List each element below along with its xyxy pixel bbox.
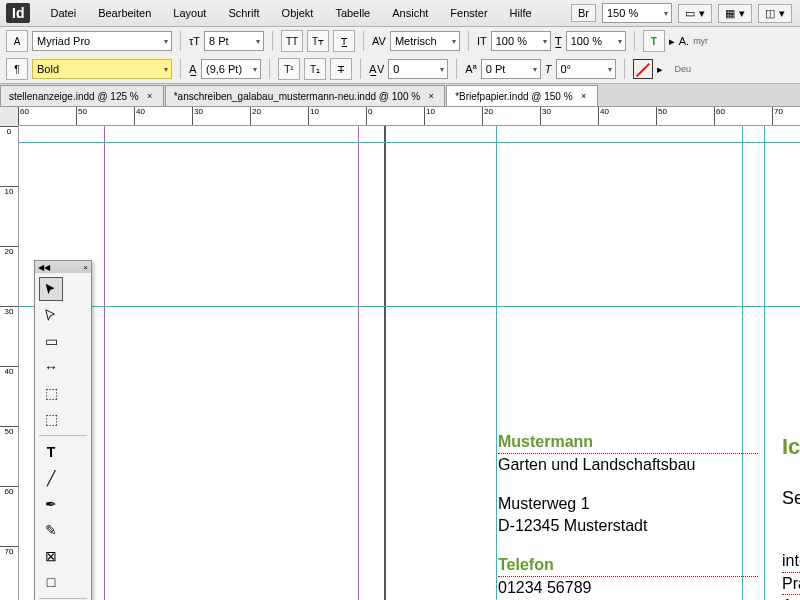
font-style-dropdown[interactable]: Bold xyxy=(32,59,172,79)
leading-field[interactable]: (9,6 Pt) xyxy=(201,59,261,79)
app-logo: Id xyxy=(6,3,30,23)
skew-icon: T xyxy=(545,63,552,75)
zoom-dropdown[interactable]: 150 % xyxy=(602,3,672,23)
rectangle-tool[interactable]: □ xyxy=(39,570,63,594)
para-format-mode[interactable]: ¶ xyxy=(6,58,28,80)
close-icon[interactable]: × xyxy=(579,91,589,101)
menu-layout[interactable]: Layout xyxy=(163,3,216,23)
vscale-field[interactable]: 100 % xyxy=(491,31,551,51)
leading-icon: A͏̲ xyxy=(189,63,197,76)
ruler-vertical[interactable]: 0 10 20 30 40 50 60 70 xyxy=(0,126,19,600)
ruler-tick: 10 xyxy=(0,186,18,196)
direct-selection-tool[interactable] xyxy=(39,303,63,327)
menu-tabelle[interactable]: Tabelle xyxy=(325,3,380,23)
tracking-icon: A̲V xyxy=(369,63,384,76)
ruler-tick: 40 xyxy=(134,107,145,125)
font-size-icon: τT xyxy=(189,35,200,47)
font-size-field[interactable]: 8 Pt xyxy=(204,31,264,51)
allcaps-button[interactable]: TT xyxy=(281,30,303,52)
ruler-tick: 20 xyxy=(482,107,493,125)
doc-tab-1[interactable]: stellenanzeige.indd @ 125 %× xyxy=(0,85,164,106)
hscale-field[interactable]: 100 % xyxy=(566,31,626,51)
tracking-field[interactable]: 0 xyxy=(388,59,448,79)
content-placer-tool[interactable]: ⬚ xyxy=(39,407,63,431)
ruler-tick: 20 xyxy=(0,246,18,256)
body-heading: Ich b xyxy=(782,432,800,462)
baseline-field[interactable]: 0 Pt xyxy=(481,59,541,79)
panel-header[interactable]: ◀◀× xyxy=(35,261,91,273)
guide-horizontal[interactable] xyxy=(18,306,800,307)
screen-mode-button[interactable]: ▭▾ xyxy=(678,4,712,23)
hscale-icon: T̲ xyxy=(555,35,562,48)
type-tool[interactable]: T xyxy=(39,440,63,464)
char-fill-button[interactable]: T xyxy=(643,30,665,52)
body-line: Aene xyxy=(782,595,800,600)
doc-tab-3[interactable]: *Briefpapier.indd @ 150 %× xyxy=(446,85,597,106)
close-icon[interactable]: × xyxy=(426,91,436,101)
ruler-tick: 30 xyxy=(0,306,18,316)
collapse-icon[interactable]: ◀◀ xyxy=(38,263,50,272)
vscale-icon: IT xyxy=(477,35,487,47)
ruler-tick: 40 xyxy=(0,366,18,376)
ruler-horizontal[interactable]: 60 50 40 30 20 10 0 10 20 30 40 50 60 70 xyxy=(18,107,800,126)
close-icon[interactable]: × xyxy=(83,263,88,272)
menu-datei[interactable]: Datei xyxy=(40,3,86,23)
char-format-mode[interactable]: A xyxy=(6,30,28,52)
menu-bearbeiten[interactable]: Bearbeiten xyxy=(88,3,161,23)
pencil-tool[interactable]: ✎ xyxy=(39,518,63,542)
menu-schrift[interactable]: Schrift xyxy=(218,3,269,23)
arrange-button[interactable]: ◫▾ xyxy=(758,4,792,23)
city-line: D-12345 Musterstadt xyxy=(498,515,758,537)
tools-panel[interactable]: ◀◀× ▭ ↔ ⬚ ⬚ T ╱ ✒ ✎ ⊠ □ ✂ ⟳ ▦ ◐ ▤ 💧 ✋ 🔍 xyxy=(34,260,92,600)
char-stroke-swatch[interactable] xyxy=(633,59,653,79)
ruler-tick: 40 xyxy=(598,107,609,125)
street-line: Musterweg 1 xyxy=(498,493,758,515)
menu-ansicht[interactable]: Ansicht xyxy=(382,3,438,23)
phone-label: Telefon xyxy=(498,554,758,577)
menu-objekt[interactable]: Objekt xyxy=(272,3,324,23)
tab-label: stellenanzeige.indd @ 125 % xyxy=(9,91,139,102)
address-frame[interactable]: Mustermann Garten und Landschaftsbau Mus… xyxy=(498,431,758,600)
company-name: Mustermann xyxy=(498,431,758,454)
ruler-tick: 60 xyxy=(18,107,29,125)
rectangle-frame-tool[interactable]: ⊠ xyxy=(39,544,63,568)
guide-horizontal[interactable] xyxy=(18,142,800,143)
bridge-button[interactable]: Br xyxy=(571,4,596,22)
document-canvas[interactable]: Mustermann Garten und Landschaftsbau Mus… xyxy=(18,126,800,600)
underline-button[interactable]: T̲ xyxy=(333,30,355,52)
body-greeting: Sehr xyxy=(782,486,800,510)
tab-label: *anschreiben_galabau_mustermann-neu.indd… xyxy=(174,91,420,102)
skew-field[interactable]: 0° xyxy=(556,59,616,79)
close-icon[interactable]: × xyxy=(145,91,155,101)
body-line: Praes xyxy=(782,573,800,596)
menu-hilfe[interactable]: Hilfe xyxy=(500,3,542,23)
font-family-dropdown[interactable]: Myriad Pro xyxy=(32,31,172,51)
view-options-button[interactable]: ▦▾ xyxy=(718,4,752,23)
selection-tool[interactable] xyxy=(39,277,63,301)
ruler-tick: 30 xyxy=(540,107,551,125)
content-collector-tool[interactable]: ⬚ xyxy=(39,381,63,405)
guide-vertical[interactable] xyxy=(764,126,765,600)
trade-line: Garten und Landschaftsbau xyxy=(498,454,758,476)
guide-vertical[interactable] xyxy=(496,126,497,600)
doc-tab-2[interactable]: *anschreiben_galabau_mustermann-neu.indd… xyxy=(165,85,445,106)
superscript-button[interactable]: T¹ xyxy=(278,58,300,80)
smallcaps-button[interactable]: Tᴛ xyxy=(307,30,329,52)
body-frame[interactable]: Ich b Sehr integ Praes Aene cursu ac cu xyxy=(782,432,800,600)
menu-fenster[interactable]: Fenster xyxy=(440,3,497,23)
ruler-tick: 70 xyxy=(0,546,18,556)
gap-tool[interactable]: ↔ xyxy=(39,355,63,379)
ruler-tick: 20 xyxy=(250,107,261,125)
subscript-button[interactable]: T₁ xyxy=(304,58,326,80)
line-tool[interactable]: ╱ xyxy=(39,466,63,490)
ruler-tick: 0 xyxy=(0,126,18,136)
language-label: Deu xyxy=(675,64,692,74)
pen-tool[interactable]: ✒ xyxy=(39,492,63,516)
kerning-field[interactable]: Metrisch xyxy=(390,31,460,51)
ruler-tick: 0 xyxy=(366,107,372,125)
ruler-tick: 60 xyxy=(714,107,725,125)
tab-label: *Briefpapier.indd @ 150 % xyxy=(455,91,572,102)
baseline-icon: Aª xyxy=(465,63,476,75)
page-tool[interactable]: ▭ xyxy=(39,329,63,353)
strikethrough-button[interactable]: T̶ xyxy=(330,58,352,80)
